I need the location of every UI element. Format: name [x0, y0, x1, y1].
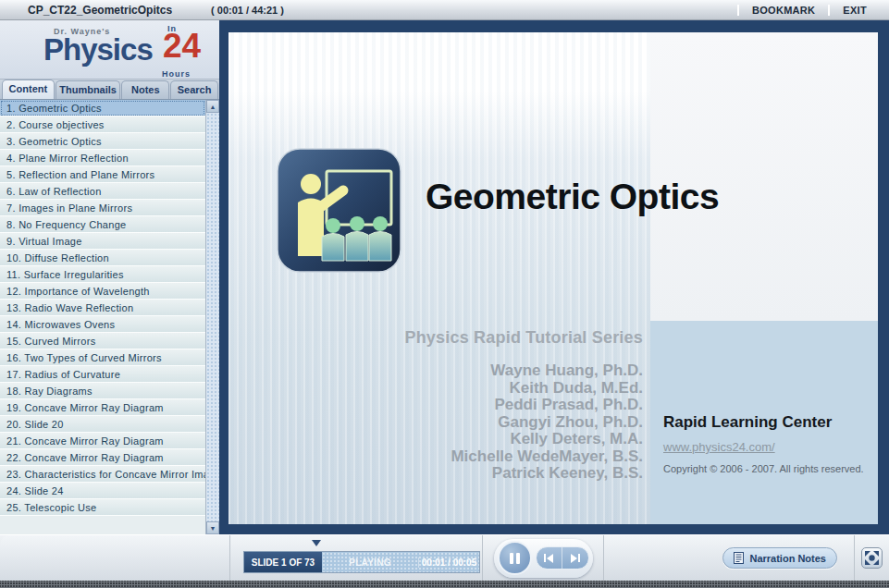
- toc-item[interactable]: 14. Microwaves Ovens: [0, 316, 205, 333]
- fullscreen-section: [855, 535, 889, 581]
- sidebar-tabs: Content Thumbnails Notes Search: [0, 80, 219, 100]
- toc-item[interactable]: 22. Concave Mirror Ray Diagram: [0, 449, 205, 466]
- transport-controls: [483, 535, 604, 581]
- credit-line: Kelly Deters, M.A.: [236, 431, 643, 448]
- toc-item[interactable]: 18. Ray Diagrams: [0, 383, 205, 399]
- controls-capsule: [494, 539, 593, 578]
- slide-time: 00:01 / 00:05: [418, 557, 479, 568]
- narration-notes-button[interactable]: Narration Notes: [722, 547, 837, 569]
- tab-notes[interactable]: Notes: [121, 80, 169, 99]
- slide-title: Geometric Optics: [426, 177, 719, 217]
- series-subtitle: Physics Rapid Tutorial Series: [236, 328, 643, 348]
- toc-item[interactable]: 15. Curved Mirrors: [0, 333, 205, 349]
- fullscreen-button[interactable]: [861, 547, 883, 569]
- playback-status: PLAYING: [322, 557, 418, 568]
- toc-item[interactable]: 8. No Frequency Change: [0, 216, 205, 233]
- seek-bar[interactable]: SLIDE 1 OF 73 PLAYING 00:01 / 00:05: [243, 551, 480, 573]
- exit-button[interactable]: EXIT: [828, 5, 880, 16]
- playback-bar: SLIDE 1 OF 73 PLAYING 00:01 / 00:05: [0, 534, 889, 581]
- bookmark-button[interactable]: BOOKMARK: [737, 5, 828, 16]
- player-window: CP_CT22_GeometricOpitcs ( 00:01 / 44:21 …: [0, 0, 889, 588]
- pause-icon: [510, 553, 513, 564]
- tab-thumbnails[interactable]: Thumbnails: [56, 80, 121, 99]
- narration-notes-label: Narration Notes: [749, 553, 826, 564]
- chrome-bottom-edge: [0, 581, 889, 588]
- website-link[interactable]: www.physics24.com/: [663, 440, 775, 454]
- org-name: Rapid Learning Center: [663, 413, 869, 432]
- progress-marker-icon[interactable]: [312, 540, 321, 546]
- slide-main-area: Physics Rapid Tutorial Series Wayne Huan…: [228, 32, 650, 524]
- tab-content[interactable]: Content: [2, 80, 55, 99]
- toc-scrollbar[interactable]: ▲ ▼: [205, 100, 219, 534]
- credit-line: Patrick Keeney, B.S.: [236, 465, 643, 483]
- copyright-text: Copyright © 2006 - 2007. All rights rese…: [663, 463, 869, 474]
- tab-search[interactable]: Search: [170, 80, 218, 99]
- toc-item[interactable]: 25. Telescopic Use: [0, 499, 205, 516]
- step-back-icon: [544, 554, 546, 562]
- toc-container: 1. Geometric Optics 2. Course objectives…: [0, 100, 219, 534]
- toc-item[interactable]: 19. Concave Mirror Ray Diagram: [0, 399, 205, 416]
- skip-buttons: [536, 546, 589, 570]
- toc-item[interactable]: 2. Course objectives: [0, 116, 205, 133]
- fullscreen-icon: [865, 551, 879, 565]
- sidebar: Dr. Wayne's Physics In 24 Hours Content …: [0, 20, 219, 534]
- slide-canvas: Physics Rapid Tutorial Series Wayne Huan…: [228, 32, 878, 524]
- classroom-presenter-icon: [276, 147, 402, 274]
- step-forward-icon: [571, 554, 577, 563]
- scrollbar-track[interactable]: [206, 113, 219, 521]
- toc-item[interactable]: 11. Surface Irregularities: [0, 266, 205, 283]
- credit-line: Keith Duda, M.Ed.: [236, 380, 643, 398]
- toc-item[interactable]: 20. Slide 20: [0, 416, 205, 433]
- document-icon: [734, 552, 744, 564]
- scroll-up-icon[interactable]: ▲: [206, 100, 219, 113]
- toc-item[interactable]: 13. Radio Wave Reflection: [0, 300, 205, 316]
- previous-slide-button[interactable]: [537, 547, 563, 569]
- toc-list: 1. Geometric Optics 2. Course objectives…: [0, 100, 205, 534]
- slide-counter-badge: SLIDE 1 OF 73: [244, 552, 322, 572]
- toc-item[interactable]: 9. Virtual Image: [0, 233, 205, 250]
- toc-item[interactable]: 1. Geometric Optics: [0, 100, 205, 116]
- next-slide-button[interactable]: [562, 547, 588, 569]
- toc-item[interactable]: 6. Law of Reflection: [0, 183, 205, 200]
- total-elapsed-time: ( 00:01 / 44:21 ): [211, 5, 284, 16]
- physics24-logo: Dr. Wayne's Physics In 24 Hours: [0, 20, 219, 80]
- toc-item[interactable]: 24. Slide 24: [0, 483, 205, 499]
- toc-item[interactable]: 23. Characteristics for Concave Mirror I…: [0, 466, 205, 483]
- toc-item[interactable]: 4. Plane Mirror Reflection: [0, 150, 205, 166]
- toc-item[interactable]: 12. Importance of Wavelength: [0, 283, 205, 300]
- toc-item[interactable]: 17. Radius of Curvature: [0, 366, 205, 383]
- scroll-down-icon[interactable]: ▼: [206, 521, 219, 534]
- notes-section: Narration Notes: [604, 535, 855, 581]
- right-panel-bottom: Rapid Learning Center www.physics24.com/…: [650, 321, 878, 524]
- pause-button[interactable]: [498, 541, 532, 575]
- logo-number: 24: [163, 27, 201, 66]
- top-title-bar: CP_CT22_GeometricOpitcs ( 00:01 / 44:21 …: [0, 0, 889, 20]
- credit-line: Peddi Prasad, Ph.D.: [236, 397, 643, 414]
- slide-stage: Physics Rapid Tutorial Series Wayne Huan…: [219, 20, 889, 534]
- bottombar-blank-section: [0, 535, 230, 581]
- playing-track[interactable]: PLAYING 00:01 / 00:05: [322, 552, 479, 572]
- toc-item[interactable]: 16. Two Types of Curved Mirrors: [0, 349, 205, 366]
- toc-item[interactable]: 10. Diffuse Reflection: [0, 250, 205, 266]
- toc-item[interactable]: 5. Reflection and Plane Mirrors: [0, 166, 205, 183]
- presentation-title: CP_CT22_GeometricOpitcs: [28, 4, 172, 17]
- logo-wordmark: Physics: [43, 32, 153, 67]
- logo-hours: Hours: [162, 69, 191, 79]
- credit-line: Gangyi Zhou, Ph.D.: [236, 414, 643, 432]
- slide-right-panel: Rapid Learning Center www.physics24.com/…: [650, 32, 878, 524]
- credit-line: Wayne Huang, Ph.D.: [236, 362, 643, 380]
- credits-list: Wayne Huang, Ph.D. Keith Duda, M.Ed. Ped…: [236, 362, 643, 483]
- toc-item[interactable]: 3. Geometric Optics: [0, 133, 205, 150]
- toc-item[interactable]: 7. Images in Plane Mirrors: [0, 200, 205, 216]
- toc-item[interactable]: 21. Concave Mirror Ray Diagram: [0, 433, 205, 449]
- credit-line: Michelle WedeMayer, B.S.: [236, 448, 643, 466]
- progress-section: SLIDE 1 OF 73 PLAYING 00:01 / 00:05: [230, 535, 483, 581]
